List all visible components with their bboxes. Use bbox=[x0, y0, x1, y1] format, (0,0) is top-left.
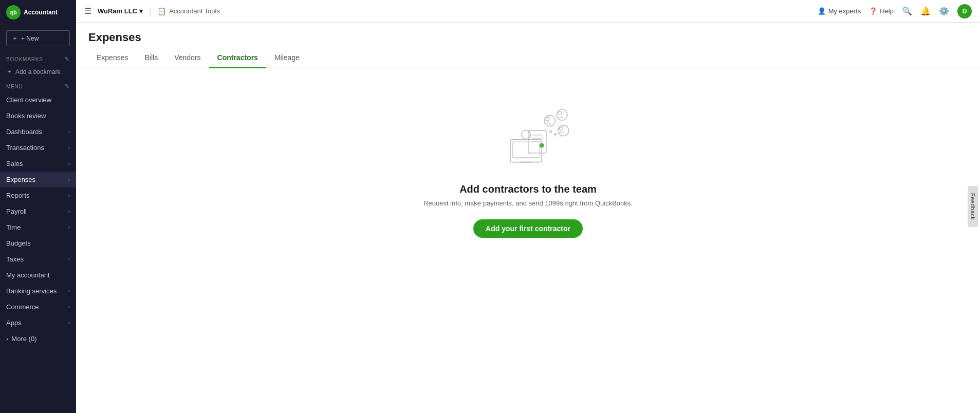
tab-bills[interactable]: Bills bbox=[136, 48, 166, 68]
new-button[interactable]: ＋ + New bbox=[6, 30, 70, 46]
contractors-illustration bbox=[482, 99, 575, 171]
chevron-right-icon: › bbox=[68, 129, 70, 135]
sidebar-item-label: Sales bbox=[6, 160, 68, 167]
sidebar-item-commerce[interactable]: Commerce› bbox=[0, 299, 76, 315]
tab-expenses[interactable]: Expenses bbox=[88, 48, 136, 68]
plus-icon: ＋ bbox=[6, 67, 12, 76]
tab-contractors[interactable]: Contractors bbox=[209, 48, 266, 68]
add-bookmark-item[interactable]: ＋ Add a bookmark bbox=[0, 65, 76, 79]
chevron-right-icon: › bbox=[68, 145, 70, 151]
page-content: Expenses ExpensesBillsVendorsContractors… bbox=[76, 23, 980, 413]
page-title: Expenses bbox=[76, 23, 980, 44]
svg-point-17 bbox=[559, 127, 563, 130]
bookmarks-edit-icon[interactable]: ✎ bbox=[64, 55, 70, 63]
svg-point-5 bbox=[539, 143, 544, 148]
svg-point-16 bbox=[558, 125, 568, 136]
help-icon: ❓ bbox=[869, 7, 877, 15]
chevron-right-icon: › bbox=[68, 256, 70, 262]
search-icon[interactable]: 🔍 bbox=[902, 6, 912, 16]
empty-state: Add contractors to the team Request info… bbox=[76, 68, 980, 269]
svg-point-13 bbox=[546, 117, 549, 121]
sidebar-item-label: Reports bbox=[6, 192, 68, 199]
sidebar-item-budgets[interactable]: Budgets bbox=[0, 235, 76, 251]
sidebar-item-label: Payroll bbox=[6, 208, 68, 215]
tab-vendors[interactable]: Vendors bbox=[166, 48, 209, 68]
sidebar-item-label: Taxes bbox=[6, 255, 68, 263]
sidebar-item-banking-services[interactable]: Banking services› bbox=[0, 283, 76, 299]
experts-icon: 👤 bbox=[818, 7, 826, 15]
sidebar-item-label: Banking services bbox=[6, 287, 68, 295]
sidebar-item-dashboards[interactable]: Dashboards› bbox=[0, 124, 76, 140]
sidebar-item-transactions[interactable]: Transactions› bbox=[0, 140, 76, 156]
main-content-area: ☰ WuRam LLC ▾ | 📋 Accountant Tools 👤 My … bbox=[76, 0, 980, 413]
sidebar-item-sales[interactable]: Sales› bbox=[0, 156, 76, 172]
chevron-right-icon: › bbox=[68, 161, 70, 166]
app-logo-icon: qb bbox=[6, 5, 21, 20]
chevron-right-icon: › bbox=[6, 335, 8, 343]
sidebar-item-payroll[interactable]: Payroll› bbox=[0, 203, 76, 219]
sidebar-item-reports[interactable]: Reports› bbox=[0, 187, 76, 203]
topbar-right: 👤 My experts ❓ Help 🔍 🔔 ⚙️ D bbox=[818, 4, 972, 18]
sidebar-item-more[interactable]: › More (0) bbox=[0, 331, 76, 347]
hamburger-icon[interactable]: ☰ bbox=[84, 6, 91, 16]
sidebar-menu: Client overviewBooks reviewDashboards›Tr… bbox=[0, 92, 76, 331]
sidebar-item-label: Books review bbox=[6, 112, 70, 120]
sidebar-item-taxes[interactable]: Taxes› bbox=[0, 251, 76, 267]
empty-illustration bbox=[482, 99, 575, 171]
svg-point-11 bbox=[553, 133, 556, 136]
sidebar-item-label: Client overview bbox=[6, 96, 70, 104]
sidebar-item-expenses[interactable]: Expenses› bbox=[0, 172, 76, 187]
sidebar-item-label: Time bbox=[6, 223, 68, 231]
sidebar-item-label: Dashboards bbox=[6, 128, 68, 136]
add-first-contractor-button[interactable]: Add your first contractor bbox=[473, 219, 583, 238]
sidebar-item-label: Expenses bbox=[6, 176, 68, 183]
settings-icon[interactable]: ⚙️ bbox=[939, 6, 949, 16]
sidebar-item-label: Transactions bbox=[6, 144, 68, 152]
bookmarks-section-header: BOOKMARKS ✎ bbox=[0, 51, 76, 65]
chevron-down-icon: ▾ bbox=[139, 7, 143, 15]
app-logo-text: Accountant bbox=[24, 9, 58, 16]
topbar-left: ☰ WuRam LLC ▾ | 📋 Accountant Tools bbox=[84, 6, 220, 16]
menu-edit-icon[interactable]: ✎ bbox=[64, 83, 70, 90]
help-button[interactable]: ❓ Help bbox=[869, 7, 894, 15]
topbar-separator: | bbox=[149, 7, 151, 16]
plus-icon: ＋ bbox=[12, 34, 18, 43]
chevron-right-icon: › bbox=[68, 320, 70, 326]
sidebar-item-my-accountant[interactable]: My accountant bbox=[0, 267, 76, 283]
feedback-tab[interactable]: Feedback bbox=[968, 186, 978, 227]
company-name[interactable]: WuRam LLC ▾ bbox=[98, 7, 143, 15]
chevron-right-icon: › bbox=[68, 288, 70, 294]
svg-line-20 bbox=[553, 136, 562, 140]
avatar[interactable]: D bbox=[957, 4, 972, 18]
svg-point-2 bbox=[521, 130, 530, 139]
chevron-right-icon: › bbox=[68, 224, 70, 230]
sidebar-item-client-overview[interactable]: Client overview bbox=[0, 92, 76, 108]
menu-section-header: MENU ✎ bbox=[0, 79, 76, 92]
svg-rect-1 bbox=[512, 142, 540, 158]
empty-state-title: Add contractors to the team bbox=[459, 183, 597, 195]
svg-rect-0 bbox=[510, 140, 542, 162]
chevron-right-icon: › bbox=[68, 209, 70, 214]
sidebar-item-books-review[interactable]: Books review bbox=[0, 108, 76, 124]
sidebar-item-label: My accountant bbox=[6, 271, 70, 279]
chevron-right-icon: › bbox=[68, 177, 70, 182]
svg-point-10 bbox=[549, 130, 552, 133]
sidebar: qb Accountant ＋ + New BOOKMARKS ✎ ＋ Add … bbox=[0, 0, 76, 413]
my-experts-button[interactable]: 👤 My experts bbox=[818, 7, 861, 15]
svg-point-12 bbox=[544, 116, 555, 126]
sidebar-item-label: Apps bbox=[6, 319, 68, 327]
sidebar-item-apps[interactable]: Apps› bbox=[0, 315, 76, 331]
sidebar-logo: qb Accountant bbox=[0, 0, 76, 25]
chevron-right-icon: › bbox=[68, 193, 70, 198]
tab-mileage[interactable]: Mileage bbox=[266, 48, 308, 68]
topbar: ☰ WuRam LLC ▾ | 📋 Accountant Tools 👤 My … bbox=[76, 0, 980, 23]
tab-bar: ExpensesBillsVendorsContractorsMileage bbox=[76, 48, 980, 68]
tools-icon: 📋 bbox=[157, 7, 166, 15]
sidebar-item-time[interactable]: Time› bbox=[0, 219, 76, 235]
sidebar-item-label: Budgets bbox=[6, 239, 70, 247]
svg-point-14 bbox=[557, 109, 567, 120]
svg-line-19 bbox=[556, 120, 561, 126]
breadcrumb: 📋 Accountant Tools bbox=[157, 7, 220, 15]
notifications-icon[interactable]: 🔔 bbox=[920, 6, 931, 16]
empty-state-subtitle: Request info, make payments, and send 10… bbox=[423, 199, 633, 207]
